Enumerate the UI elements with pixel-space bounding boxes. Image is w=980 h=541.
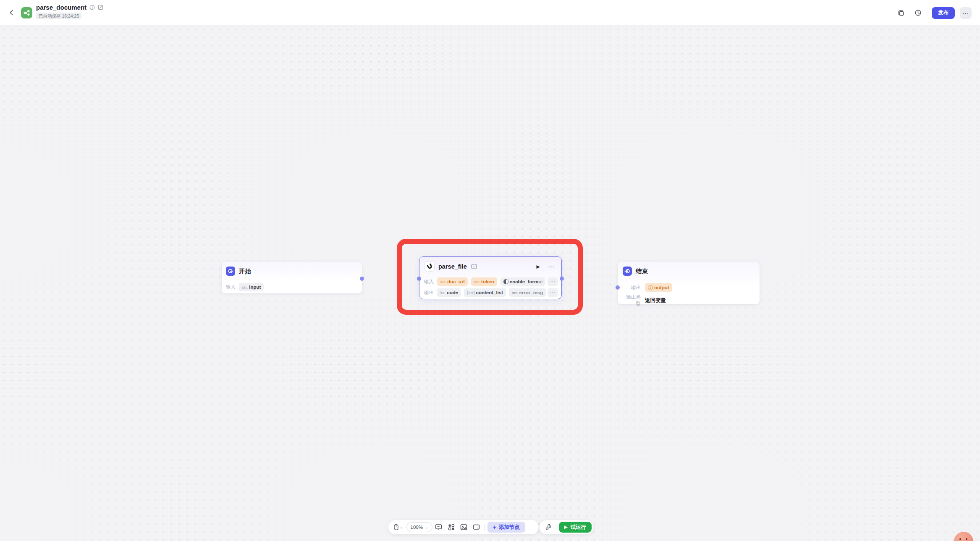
end-node-header: 结束	[618, 261, 760, 276]
info-icon[interactable]	[89, 5, 95, 10]
param-chip-output[interactable]: !output	[645, 283, 672, 292]
node-end[interactable]: 结束 输出 !output 输出类型 返回变量	[617, 261, 760, 305]
end-input-port[interactable]	[616, 285, 620, 290]
output-type-label: 输出类型	[622, 294, 641, 307]
chevron-down-icon: ⌄	[425, 525, 428, 529]
back-button[interactable]	[7, 8, 16, 17]
node-parse-file[interactable]: parse_file ▶ ⋯ 输入 str.doc_url str.token …	[419, 256, 562, 299]
publish-button[interactable]: 发布	[932, 7, 955, 19]
output-type-value: 返回变量	[645, 297, 666, 304]
comment-icon[interactable]	[432, 521, 445, 533]
add-node-button[interactable]: + 添加节点	[487, 522, 525, 533]
parse-output-port[interactable]	[560, 277, 564, 281]
page-title: parse_document	[36, 3, 86, 11]
param-chip-content-list[interactable]: [str]content_list	[464, 288, 506, 297]
screen-select-icon[interactable]	[470, 521, 483, 533]
end-output-type-row: 输出类型 返回变量	[622, 294, 666, 307]
wrench-icon[interactable]	[545, 524, 552, 531]
plus-icon: +	[493, 524, 496, 530]
input-label: 输入	[226, 284, 236, 290]
node-more-icon[interactable]: ⋯	[548, 264, 555, 270]
test-run-button[interactable]: ▶ 试运行	[559, 522, 592, 533]
canvas-toolbar: ⌄ 100% ⌄ + 添加节点	[388, 520, 539, 534]
mouse-icon	[393, 524, 399, 531]
boolean-type-icon	[503, 279, 508, 284]
start-node-header: 开始	[222, 261, 362, 276]
parse-input-port[interactable]	[417, 277, 421, 281]
inputs-more-chip[interactable]: ⋯	[548, 277, 558, 286]
auto-layout-icon[interactable]	[445, 521, 458, 533]
mascot-eye	[966, 538, 967, 540]
param-chip-input[interactable]: str.input	[239, 283, 264, 291]
start-node-title: 开始	[239, 267, 251, 275]
run-play-icon: ▶	[564, 525, 568, 529]
input-label: 输入	[424, 279, 434, 285]
param-chip-code[interactable]: int.code	[437, 288, 461, 297]
zoom-level-select[interactable]: 100% ⌄	[406, 522, 432, 532]
start-input-row: 输入 str.input	[226, 283, 264, 291]
parse-node-title: parse_file	[438, 263, 467, 270]
start-node-icon	[226, 267, 235, 276]
end-node-icon	[623, 267, 632, 276]
toolbar-divider	[484, 524, 485, 531]
parse-inputs-row: 输入 str.doc_url str.token enable_formula	[424, 277, 545, 286]
parse-node-header: parse_file ▶ ⋯	[419, 257, 561, 272]
pointer-mode-dropdown[interactable]: ⌄	[393, 524, 403, 531]
plugin-magnet-icon	[424, 261, 435, 272]
parse-outputs-row: 输出 int.code [str]content_list str.error_…	[424, 288, 559, 297]
param-chip-enable-formula[interactable]: enable_formula	[500, 277, 545, 286]
edit-icon[interactable]	[98, 5, 103, 10]
zoom-level-value: 100%	[411, 525, 423, 530]
outputs-more-chip[interactable]: ⋯	[548, 288, 558, 297]
output-label: 输出	[424, 290, 434, 296]
duplicate-icon[interactable]	[895, 7, 907, 19]
plugin-store-icon	[471, 264, 477, 269]
title-block: parse_document 已自动保存 16:24:25	[36, 3, 103, 19]
history-icon[interactable]	[912, 7, 924, 19]
end-output-row: 输出 !output	[622, 283, 672, 292]
node-run-icon[interactable]: ▶	[537, 264, 540, 269]
output-label: 输出	[622, 285, 641, 291]
param-chip-token[interactable]: str.token	[471, 277, 497, 286]
end-node-title: 结束	[636, 267, 648, 275]
top-bar: parse_document 已自动保存 16:24:25 发布 ⋯	[0, 0, 980, 26]
autosave-status-badge: 已自动保存 16:24:25	[36, 13, 81, 19]
run-toolbar: ▶ 试运行	[540, 520, 593, 534]
param-chip-doc-url[interactable]: str.doc_url	[437, 277, 468, 286]
more-actions-button[interactable]: ⋯	[960, 7, 972, 19]
chevron-down-icon: ⌄	[400, 525, 403, 529]
workflow-app-icon	[21, 7, 32, 18]
top-bar-actions: 发布 ⋯	[895, 0, 980, 26]
node-start[interactable]: 开始 输入 str.input	[221, 261, 362, 294]
start-output-port[interactable]	[360, 277, 364, 281]
param-chip-error-msg[interactable]: str.error_msg	[509, 288, 546, 297]
warning-icon: !	[648, 285, 653, 290]
image-export-icon[interactable]	[458, 521, 470, 533]
mascot-eye	[959, 538, 961, 540]
